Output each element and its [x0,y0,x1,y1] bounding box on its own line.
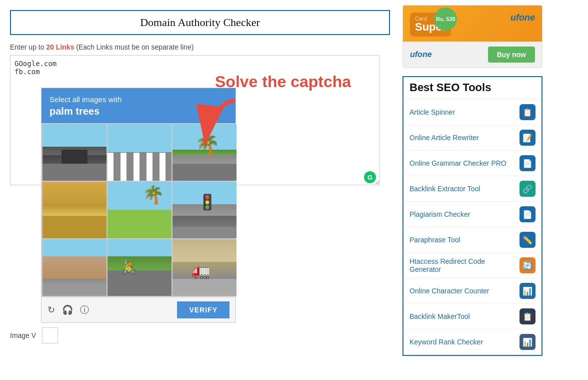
tool-icon-backlink-extractor: 🔗 [520,181,536,197]
tool-name-paraphrase-tool: Paraphrase Tool [410,236,516,244]
captcha-actions: ↻ 🎧 ⓘ [48,304,89,316]
tool-icon-article-rewriter: 📝 [520,130,536,146]
tool-item-plagiarism-checker[interactable]: Plagiarism Checker 📄 [404,202,542,227]
tool-item-grammar-checker[interactable]: Online Grammar Checker PRO 📄 [404,151,542,176]
tool-name-character-counter: Online Character Counter [410,287,516,295]
ufone-brand: ufone [410,50,432,59]
tool-icon-article-spinner: 📋 [520,104,536,120]
captcha-image-7[interactable] [42,239,106,296]
seo-tools-title: Best SEO Tools [404,77,542,100]
tool-name-grammar-checker: Online Grammar Checker PRO [410,159,516,167]
ufone-ad-bottom: ufone Buy now [403,42,542,68]
red-arrow [190,95,245,157]
tool-item-backlink-maker[interactable]: Backlink MakerTool 📋 [404,304,542,329]
tool-item-character-counter[interactable]: Online Character Counter 📊 [404,278,542,304]
super-card-badge: Card Super Rs. 520 [410,13,451,37]
captcha-image-2[interactable] [108,124,172,181]
tool-name-backlink-extractor: Backlink Extractor Tool [410,185,516,193]
tool-name-htaccess-redirect: Htaccess Redirect Code Generator [410,257,516,273]
ufone-logo-top: ufone [510,13,535,23]
info-icon[interactable]: ⓘ [80,304,89,316]
tool-item-keyword-rank[interactable]: Keyword Rank Checker 📊 [404,329,542,355]
tool-icon-plagiarism-checker: 📄 [520,206,536,222]
tool-icon-keyword-rank: 📊 [520,334,536,350]
grammarly-icon: G [364,171,376,183]
tool-item-htaccess-redirect[interactable]: Htaccess Redirect Code Generator 🔄 [404,253,542,278]
tool-item-article-rewriter[interactable]: Online Article Rewriter 📝 [404,125,542,151]
tool-icon-paraphrase-tool: ✏️ [520,232,536,248]
captcha-image-1[interactable] [42,124,106,181]
tool-icon-htaccess-redirect: 🔄 [520,257,536,273]
captcha-image-4[interactable] [42,182,106,238]
image-verify-label: Image V [10,331,36,339]
image-checkbox[interactable] [42,327,58,343]
captcha-instruction-label: Solve the captcha [215,73,351,91]
tool-icon-character-counter: 📊 [520,283,536,299]
tool-item-article-spinner[interactable]: Article Spinner 📋 [404,100,542,125]
main-content: Domain Authority Checker Enter up to 20 … [0,0,400,380]
instruction-text: Enter up to 20 Links (Each Links must be… [10,43,390,51]
tool-name-backlink-maker: Backlink MakerTool [410,312,516,320]
seo-tools-panel: Best SEO Tools Article Spinner 📋 Online … [402,76,542,356]
verify-button[interactable]: VERIFY [177,301,230,318]
tool-icon-grammar-checker: 📄 [520,155,536,171]
sidebar: Card Super Rs. 520 ufone ufone Buy now B… [400,0,570,380]
captcha-image-9[interactable] [172,239,236,296]
tool-name-keyword-rank: Keyword Rank Checker [410,338,516,346]
captcha-image-5[interactable] [108,182,172,238]
page-title: Domain Authority Checker [10,10,390,35]
buy-now-button[interactable]: Buy now [488,47,535,63]
tool-item-paraphrase-tool[interactable]: Paraphrase Tool ✏️ [404,227,542,253]
tool-name-article-rewriter: Online Article Rewriter [410,134,516,142]
ufone-ad[interactable]: Card Super Rs. 520 ufone ufone Buy now [402,5,542,68]
link-limit: 20 Links [46,43,74,51]
captcha-footer: ↻ 🎧 ⓘ VERIFY [42,297,236,322]
captcha-image-8[interactable] [108,239,172,296]
tool-icon-backlink-maker: 📋 [520,308,536,324]
price-badge: Rs. 520 [434,8,457,31]
tool-name-article-spinner: Article Spinner [410,108,516,116]
tool-item-backlink-extractor[interactable]: Backlink Extractor Tool 🔗 [404,176,542,202]
ufone-ad-top: Card Super Rs. 520 ufone [403,6,542,42]
tool-name-plagiarism-checker: Plagiarism Checker [410,210,516,218]
captcha-image-6[interactable] [172,182,236,238]
refresh-icon[interactable]: ↻ [48,304,55,315]
audio-icon[interactable]: 🎧 [62,304,73,315]
image-verify-section: Image V [10,327,390,343]
